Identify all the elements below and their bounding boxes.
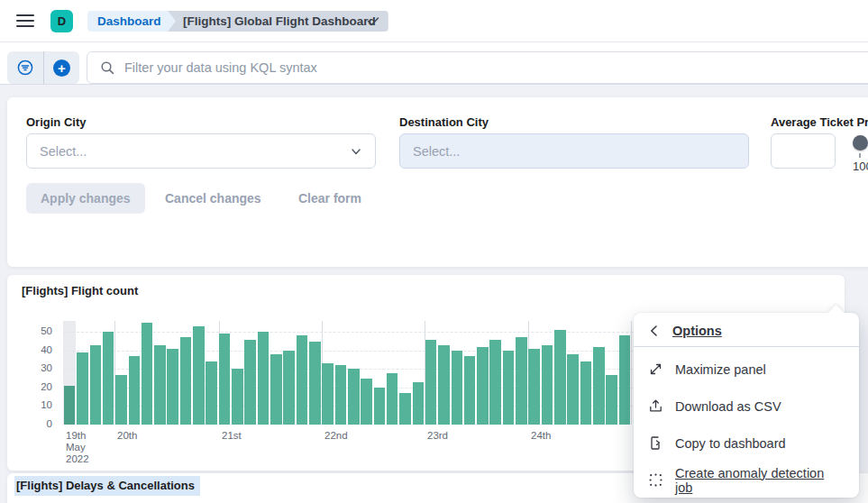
delays-panel-title-text: [Flights] Delays & Cancellations — [14, 476, 200, 496]
filter-button-group: + — [7, 51, 79, 84]
flight-count-bar — [297, 335, 308, 425]
flight-count-panel-title[interactable]: [Flights] Flight count — [14, 282, 145, 299]
y-tick-label: 30 — [41, 362, 52, 373]
x-tick-label: 24th — [531, 430, 551, 442]
flight-count-bar — [554, 330, 566, 425]
menu-item-label: Maximize panel — [675, 362, 766, 377]
top-header: D Dashboard [Flights] Global Flight Dash… — [0, 0, 868, 42]
space-avatar[interactable]: D — [50, 10, 73, 32]
slider-tick — [859, 153, 861, 158]
check-icon[interactable] — [365, 14, 381, 30]
flight-count-bar — [193, 326, 205, 425]
flight-count-bar — [90, 345, 102, 425]
flight-count-bar — [374, 388, 386, 425]
slider-min-label: 100 — [853, 160, 868, 173]
panel-options-menu: Options Maximize panel Download as CSV C… — [634, 313, 859, 498]
maximize-icon — [648, 361, 663, 377]
origin-city-label: Origin City — [26, 115, 86, 129]
flight-count-bar — [503, 351, 515, 425]
flight-count-bar — [516, 337, 527, 425]
flight-count-bar — [542, 345, 553, 425]
chevron-left-icon — [648, 325, 661, 337]
flight-count-bar — [219, 334, 231, 425]
menu-item-label: Copy to dashboard — [675, 436, 786, 451]
controls-panel: Origin City Select... Destination City S… — [7, 97, 868, 267]
flight-count-bar — [413, 382, 425, 425]
flight-count-bar — [206, 361, 217, 425]
flight-count-bar — [438, 345, 450, 425]
flight-count-bar — [309, 342, 321, 425]
flight-count-bar — [167, 349, 178, 425]
options-menu-header[interactable]: Options — [634, 313, 859, 346]
flight-count-bar — [335, 365, 347, 425]
price-slider-thumb[interactable] — [853, 135, 868, 151]
y-tick-label: 20 — [41, 381, 52, 392]
clear-form-button[interactable]: Clear form — [298, 183, 361, 214]
destination-city-label: Destination City — [399, 115, 489, 129]
y-tick-label: 50 — [41, 325, 52, 336]
flight-count-bar — [528, 349, 540, 425]
y-tick-label: 40 — [41, 344, 52, 355]
kql-search-input[interactable] — [124, 60, 868, 75]
flight-count-bar — [387, 373, 398, 425]
flight-count-bar — [142, 323, 153, 425]
flight-count-bar — [619, 335, 631, 425]
flight-count-bar — [425, 340, 437, 425]
download-icon — [648, 398, 663, 414]
flight-count-bar — [115, 375, 127, 425]
add-filter-button[interactable]: + — [43, 51, 79, 84]
menu-item-create-anomaly-job[interactable]: Create anomaly detection job — [634, 462, 859, 498]
flight-count-bar — [64, 386, 76, 425]
day-gridline — [631, 321, 632, 425]
destination-city-placeholder: Select... — [413, 144, 460, 159]
ml-icon — [648, 472, 663, 488]
flight-count-bar — [348, 369, 360, 425]
filter-bar: + — [0, 42, 868, 85]
menu-item-label: Download as CSV — [675, 399, 781, 414]
menu-item-label: Create anomaly detection job — [675, 466, 845, 495]
y-tick-label: 10 — [41, 399, 52, 410]
chevron-down-icon — [350, 145, 362, 158]
flight-count-bar — [567, 354, 579, 425]
avg-ticket-price-label: Average Ticket Price — [771, 115, 868, 129]
x-tick-label: 23rd — [427, 430, 448, 442]
flight-chart-y-axis: 01020304050 — [32, 321, 58, 425]
menu-item-copy-to-dashboard[interactable]: Copy to dashboard — [634, 425, 859, 462]
x-tick-label: 22nd — [324, 430, 348, 442]
delays-panel-title[interactable]: [Flights] Delays & Cancellations — [14, 479, 200, 492]
flight-count-bar — [244, 340, 256, 425]
copy-icon — [648, 435, 663, 451]
flight-count-bar — [270, 354, 282, 425]
flight-count-bar — [258, 332, 270, 425]
flight-count-bar — [489, 340, 501, 425]
flight-count-bar — [464, 356, 476, 425]
destination-city-select[interactable]: Select... — [399, 133, 749, 169]
apply-changes-button[interactable]: Apply changes — [26, 183, 145, 214]
filter-in-circle-icon[interactable] — [7, 51, 43, 84]
kql-search-box[interactable] — [87, 51, 868, 84]
x-tick-label: 19th May 2022 — [66, 430, 89, 465]
flight-count-bar — [593, 347, 605, 425]
breadcrumb-dashboard[interactable]: Dashboard — [87, 11, 177, 32]
flight-count-bar — [322, 363, 333, 425]
origin-city-select[interactable]: Select... — [26, 133, 376, 169]
flight-count-bar — [232, 369, 243, 425]
menu-item-maximize-panel[interactable]: Maximize panel — [634, 351, 859, 388]
dashboard-page: D Dashboard [Flights] Global Flight Dash… — [0, 0, 868, 503]
flight-count-bar — [399, 393, 411, 425]
cancel-changes-button[interactable]: Cancel changes — [165, 183, 261, 214]
flight-count-bar — [452, 351, 463, 425]
x-tick-label: 21st — [222, 430, 242, 442]
menu-item-download-csv[interactable]: Download as CSV — [634, 388, 859, 425]
avg-ticket-price-input[interactable] — [771, 133, 836, 169]
menu-hamburger-icon[interactable] — [16, 14, 34, 28]
y-tick-label: 0 — [47, 418, 52, 429]
flight-count-bar — [580, 361, 592, 425]
plus-icon: + — [53, 59, 70, 77]
flight-count-bar — [283, 351, 295, 425]
flight-count-bar — [606, 375, 617, 425]
flight-count-bar — [154, 345, 166, 425]
search-icon — [100, 60, 115, 76]
flight-count-bar — [103, 332, 114, 425]
breadcrumb-current: [Flights] Global Flight Dashboard — [168, 11, 388, 32]
